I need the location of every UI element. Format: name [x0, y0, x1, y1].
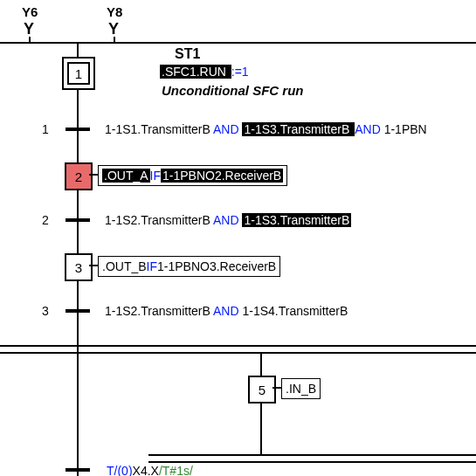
step-5[interactable]: 5 [248, 376, 276, 404]
t2-seg1: 1-1S2.TransmitterB [105, 213, 213, 227]
a2-if: IF [150, 169, 161, 183]
transition-3-tick[interactable] [66, 309, 90, 313]
step-5-action[interactable]: .IN_B [281, 378, 321, 399]
assign-token: :=1 [231, 65, 249, 79]
t2-seg2: 1-1S3.TransmitterB [242, 213, 351, 227]
step-2-action-link [89, 174, 98, 176]
y6-label: Y6 [22, 4, 38, 19]
step-3-num: 3 [75, 260, 82, 275]
footer-mid: X4.X [133, 464, 159, 476]
transition-1-tick[interactable] [66, 128, 90, 131]
st1-heading: ST1 [175, 46, 200, 62]
t1-and1: AND [213, 122, 242, 136]
y8-tick-icon: Y [108, 21, 119, 37]
transition-3-expr: 1-1S2.TransmitterB AND 1-1S4.Transmitter… [105, 304, 348, 318]
y8-label: Y8 [107, 4, 122, 19]
y6-tick-icon: Y [24, 21, 34, 37]
t1-and2: AND [355, 122, 383, 136]
unconditional-comment: Unconditional SFC run [162, 83, 304, 98]
transition-2-expr: 1-1S2.TransmitterB AND 1-1S3.Transmitter… [105, 213, 351, 227]
y8-stub [114, 37, 115, 44]
a3-cond: 1-1PBNO3.ReceiverB [157, 259, 276, 273]
sfc-run-assign: .SFC1.RUN :=1 [160, 65, 249, 79]
t1-seg1: 1-1S1.TransmitterB [105, 122, 213, 136]
transition-2-label: 2 [42, 213, 49, 227]
step-5-action-link [272, 387, 281, 389]
step-2[interactable]: 2 [65, 162, 93, 190]
sim-join-bottom [148, 461, 476, 463]
step-5-num: 5 [259, 383, 266, 397]
footer-pre: T/(0) [107, 464, 133, 476]
footer-post: /T#1s/ [159, 464, 193, 476]
branch-left-rail [77, 352, 79, 476]
step-2-action[interactable]: .OUT_A IF 1-1PBNO2.ReceiverB [98, 165, 287, 186]
t1-seg2: 1-1S3.TransmitterB [242, 122, 355, 136]
a3-out: .OUT_B [102, 259, 147, 273]
t1-seg3: 1-1PBN [384, 122, 427, 136]
sim-branch-top [0, 345, 476, 347]
sfc-diagram: Y6 Y8 Y Y ST1 .SFC1.RUN :=1 Unconditiona… [0, 0, 476, 476]
step-1[interactable]: 1 [62, 57, 95, 90]
step-3-action[interactable]: .OUT_B IF 1-1PBNO3.ReceiverB [98, 256, 280, 277]
sfc-run-token: .SFC1.RUN [160, 65, 231, 79]
footer-expr: T/(0)X4.X/T#1s/ [107, 464, 193, 476]
transition-3-label: 3 [42, 304, 49, 318]
transition-1-expr: 1-1S1.TransmitterB AND 1-1S3.Transmitter… [105, 122, 427, 136]
step-3-action-link [89, 265, 98, 266]
a5-out: .IN_B [286, 382, 316, 396]
transition-4-tick[interactable] [66, 468, 90, 472]
a2-out: .OUT_A [102, 169, 150, 183]
t3-seg1: 1-1S2.TransmitterB [105, 304, 213, 318]
t3-seg2: 1-1S4.TransmitterB [242, 304, 348, 318]
t2-and1: AND [213, 213, 242, 227]
transition-2-tick[interactable] [66, 218, 90, 222]
y6-stub [29, 37, 31, 44]
step-1-num: 1 [75, 66, 82, 81]
step-3[interactable]: 3 [65, 253, 93, 281]
a2-cond: 1-1PBNO2.ReceiverB [161, 169, 283, 183]
main-rail [77, 42, 79, 367]
t3-and1: AND [213, 304, 242, 318]
step-2-num: 2 [75, 169, 82, 184]
a3-if: IF [147, 259, 157, 273]
sim-join-top [148, 454, 476, 456]
sim-branch-bottom [0, 352, 476, 354]
top-rail [0, 42, 476, 44]
transition-1-label: 1 [42, 122, 49, 136]
